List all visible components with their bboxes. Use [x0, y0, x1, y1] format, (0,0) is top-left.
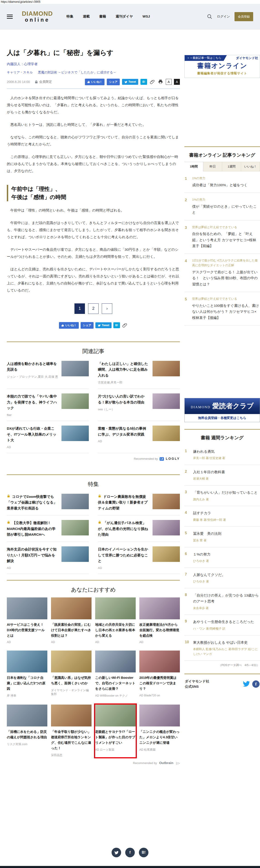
copy-link-icon[interactable]	[149, 79, 155, 84]
ranking-number: 1	[185, 176, 189, 188]
recommended-item[interactable]: 2019年の最優秀発明賞はこの格安ドローンで決まり？ AD Blade720 o…	[139, 651, 180, 698]
book-ranking-item[interactable]: 6 １%の努力 ひろゆき 著	[184, 547, 260, 568]
facebook-icon[interactable]: f	[125, 848, 135, 857]
facebook-share-button[interactable]: シェア	[81, 322, 94, 329]
book-ranking-item[interactable]: 10 東大教授がおしえる やばい日本史 本郷和人 監修/滝乃みわこ 著/和田ラヂ…	[184, 636, 260, 661]
book-ranking-item[interactable]: 7 人脈なんてクソだ。 ひろゆき 著	[184, 568, 260, 588]
recommended-item[interactable]: 日本を過剰な「コロナ自粛」に追い込んだ2つの原因 岸 博幸	[7, 651, 47, 698]
book-ranking-item[interactable]: 5 冨永愛 美の法則 冨永 愛 著	[184, 527, 260, 547]
book-ranking-item[interactable]: 8 「自分だけの答え」が見つかる 13歳からのアート思考 末永幸歩 著	[184, 588, 260, 615]
facebook-icon[interactable]: f	[252, 680, 260, 688]
copy-link-icon[interactable]	[122, 323, 128, 328]
recommended-item[interactable]: 「年金手取り額が少ない」都道府県庁所在地ランキング、住む場所でこんなに違った！ …	[51, 705, 91, 757]
ranking-tab[interactable]: 1週間	[222, 162, 241, 172]
related-article-item[interactable]: 業種・業態が異なる5社の事例に学ぶ、デジタル変革の実践 AD	[98, 421, 180, 453]
related-article-item[interactable]: 片づけない人の言い訳でわかる！家が散らかる本当の理由 sea（しー）	[98, 389, 180, 421]
nav-item[interactable]: 連載	[83, 14, 90, 19]
related-article-item[interactable]: 人は感情を動かされると確率を見誤る ジョン・ブロックマン,夏目 大,花塚 恵	[7, 356, 89, 389]
font-size-large-button[interactable]: A	[174, 79, 180, 85]
ranking-number: 2	[185, 197, 189, 215]
related-section-title: 関連記事	[7, 348, 180, 355]
search-icon[interactable]	[207, 14, 213, 20]
font-size-small-button[interactable]: A	[166, 79, 172, 85]
print-icon[interactable]	[157, 79, 163, 84]
nav-item[interactable]: 週刊ダイヤ	[116, 14, 133, 19]
twitter-icon[interactable]	[112, 848, 121, 857]
nav-item[interactable]: 特集	[67, 14, 73, 19]
category-link[interactable]: キャリア・スキル	[7, 70, 33, 74]
special-feature-item[interactable]: ドローン農薬散布を無償提供＆全量買い取り！新参者オプティムの野望	[98, 489, 180, 516]
next-page-button[interactable]: ›	[102, 303, 112, 314]
ranking-item[interactable]: 3 世界は夢組と叶え組でできている 自分を知るための、「夢組」と「叶え組」という…	[184, 220, 260, 254]
twitter-icon[interactable]	[242, 680, 250, 688]
tweet-button[interactable]: Tweet	[96, 322, 112, 328]
recommended-item[interactable]: 地域との共存共栄を大切にし日本の再エネ業界を根本から変える AD	[95, 597, 136, 644]
menu-icon[interactable]	[7, 14, 13, 19]
login-link[interactable]: ログイン	[217, 14, 230, 19]
site-footer: このサイトについて会員規約についてダイヤモンド・プレミアム会員規約についてサイト…	[0, 866, 260, 868]
related-article-item[interactable]: 本能の力で誰でも「ヤバい集中力」を発揮できる、神ライフハック flier	[7, 389, 89, 421]
logly-logo[interactable]: LOGLY	[166, 457, 180, 460]
hatena-bookmark-button[interactable]: B!	[141, 79, 147, 85]
banner-tag: ＞＞最新記事一覧はこちら	[185, 55, 227, 61]
related-article-byline: AD	[7, 445, 58, 449]
site-logo[interactable]: DIAMOND online	[22, 10, 53, 22]
series-link[interactable]: 悪魔の対話術 ～ビジネスで「したたか」に成功する～	[38, 70, 116, 74]
special-feature-item[interactable]: 海外支店の会計状況を今すぐ知りたい！月額3万円～で悩みを解決 AD	[7, 542, 89, 574]
recommended-item-byline: AD	[139, 641, 180, 644]
special-feature-item[interactable]: 日本のイノベーション力を生かして世界に勝つために必要なこと AD	[98, 542, 180, 574]
book-ranking-item[interactable]: 3 「育ちがいい人」だけが知っていること 諏内えみ 著	[184, 486, 260, 506]
article-paragraph: なぜなら、この時間になると、聴衆の心がフワフワと浮ついていて、自分の言うことを素…	[7, 133, 180, 148]
recommended-item[interactable]: この新しいWi-Fi Boosterで、自宅のインターネットをさらに改善？ AD…	[95, 651, 136, 698]
recommended-item[interactable]: 「脱炭素社会の実現」にむけて日本企業が果たすべき役割とは？ AD	[51, 597, 91, 644]
related-article-byline: AD	[98, 439, 149, 443]
signup-button[interactable]: 会員登録	[234, 12, 253, 21]
readers-club-banner[interactable]: DIAMOND愛読者クラブ 無料会員登録・各種変更はこちら	[184, 398, 260, 422]
hatena-bookmark-button[interactable]: B!	[113, 322, 120, 328]
facebook-share-button[interactable]: シェア	[107, 79, 120, 85]
recommended-item[interactable]: 「ニンニクの概念が変わった」メロンより4.3倍甘いニンニクが遂に登場 AD 松尾…	[139, 705, 180, 757]
page-1-button[interactable]: 1	[74, 303, 85, 314]
recommended-section-title: あなたにおすすめ	[7, 586, 180, 593]
like-button[interactable]: いいね！	[59, 322, 79, 329]
author-link[interactable]: 内藤誼人：心理学者	[7, 62, 180, 66]
books-online-ad-banner[interactable]: ＞＞最新記事一覧はこちら ダイヤモンド社 書籍オンライン 書籍編集者が発信する情…	[184, 55, 260, 78]
outbrain-logo[interactable]: Outbrain	[159, 761, 174, 765]
recommended-item[interactable]: 「浴槽に水をためる」防災の備えが問題視される理由 リスク対策.com	[7, 705, 47, 757]
recommended-item[interactable]: 改正健康増進法が4月から全面施行。変わる喫煙環境を総点検 AD	[139, 597, 180, 644]
ranking-tab[interactable]: 1時間	[184, 162, 203, 172]
like-button[interactable]: いいね！	[85, 79, 105, 85]
special-features-section: 特集 コロナでZoom快進撃でも「ウェブ会議は稼げなくなる」業界最大手社長語る	[7, 474, 180, 574]
ranking-tab[interactable]: 昨日	[203, 162, 222, 172]
book-ranking-item[interactable]: 1 嫌われる勇気 岸見一郎 著/古賀史健 著	[184, 444, 260, 465]
lock-icon	[7, 521, 11, 525]
article-ranking-title: 書籍オンライン 記事ランキング	[184, 152, 260, 158]
page-2-button[interactable]: 2	[88, 303, 99, 314]
recommended-item[interactable]: 「意識高い系」はなぜ気持ち悪く、面倒くさいのか ダイヤモンド・オンライン編集部	[51, 651, 91, 698]
recommended-item[interactable]: 老眼鏡とサヨナラ!?「ロート製薬」が作った目のサプリメントがすごい AD ロート…	[95, 705, 136, 757]
ranking-item-title: 成功者は「努力100%」と嘘をつく	[192, 182, 248, 188]
member-only-label: 会員限定	[39, 80, 52, 84]
book-ranking-item[interactable]: 9 あやうく一生懸命生きるところだった ハ・ワン 著/岡崎暢子 訳	[184, 615, 260, 635]
special-feature-item[interactable]: 【立教大学】徹底解剖！MARCH内最高偏差値のあの学部が牽引し脱MARCHへ	[7, 516, 89, 542]
special-feature-item[interactable]: コロナでZoom快進撃でも「ウェブ会議は稼げなくなる」業界最大手社長語る	[7, 489, 89, 516]
book-ranking-item[interactable]: 2 入社１年目の教科書 岩瀬大輔 著	[184, 465, 260, 486]
related-article-item[interactable]: DXが遅れている行政・企業こそ、ITツール導入効果のメリット大 AD	[7, 421, 89, 453]
ranking-item[interactable]: 2 1%の努力 僕が「実績ゼロのとき」にやっていたこと	[184, 193, 260, 220]
ranking-item[interactable]: 1 1%の努力 成功者は「努力100%」と嘘をつく	[184, 172, 260, 193]
nav-item[interactable]: WSJ	[143, 14, 150, 19]
book-ranking-number: 3	[185, 490, 190, 502]
ranking-item[interactable]: 4 1日1分で腹が凹む 4万人がラクに結果を出した最高に合理的なダイエットの正解…	[184, 254, 260, 292]
ranking-tab[interactable]: いいね！	[241, 162, 260, 172]
nav-item[interactable]: 書籍	[99, 14, 106, 19]
hatena-icon[interactable]: B!	[139, 848, 148, 857]
book-ranking-item[interactable]: 4 話すチカラ 齋藤 孝 著/安住紳一郎 著	[184, 506, 260, 527]
special-feature-item[interactable]: 「がん遺伝子パネル検査」が、がん患者の光明になり損ねた理由	[98, 516, 180, 542]
recommended-item[interactable]: AIサービスはこう使え！DX時代の営業支援ツールとは AD	[7, 597, 47, 644]
book-ranking-note: （POSデータ調べ 4/5～4/11）	[184, 660, 260, 674]
related-article-item[interactable]: 「わたしは正しい」と確信した瞬間、人は権力争いに足を踏み入れる 古賀史健,岸見一…	[98, 356, 180, 389]
outbrain-info-icon[interactable]: | ▷	[176, 761, 180, 765]
tweet-button[interactable]: Tweet	[122, 79, 138, 85]
ranking-item[interactable]: 5 世界は夢組と叶え組でできている やりたいこと100個をすぐ書ける人、書けない…	[184, 292, 260, 326]
special-feature-title: 【立教大学】徹底解剖！MARCH内最高偏差値のあの学部が牽引し脱MARCHへ	[7, 520, 58, 537]
